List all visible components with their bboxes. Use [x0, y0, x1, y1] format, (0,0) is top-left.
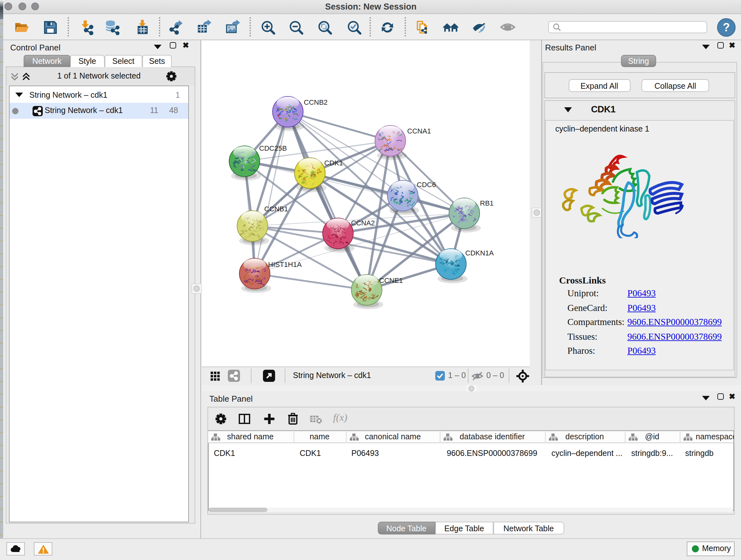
svg-text:?: ? — [723, 20, 730, 34]
svg-text:CCNA2: CCNA2 — [351, 219, 375, 227]
svg-text:CCNA1: CCNA1 — [407, 127, 431, 135]
svg-text:CDC25B: CDC25B — [259, 144, 287, 152]
svg-text:RB1: RB1 — [480, 199, 494, 207]
svg-text:CCNE1: CCNE1 — [379, 276, 403, 285]
svg-text:CDC6: CDC6 — [417, 181, 436, 189]
svg-text:CCNB2: CCNB2 — [304, 98, 328, 106]
svg-text:CDKN1A: CDKN1A — [465, 249, 494, 257]
svg-text:CCNB1: CCNB1 — [264, 205, 288, 213]
svg-text:HIST1H1A: HIST1H1A — [268, 260, 301, 268]
svg-text:CDK1: CDK1 — [324, 159, 343, 167]
